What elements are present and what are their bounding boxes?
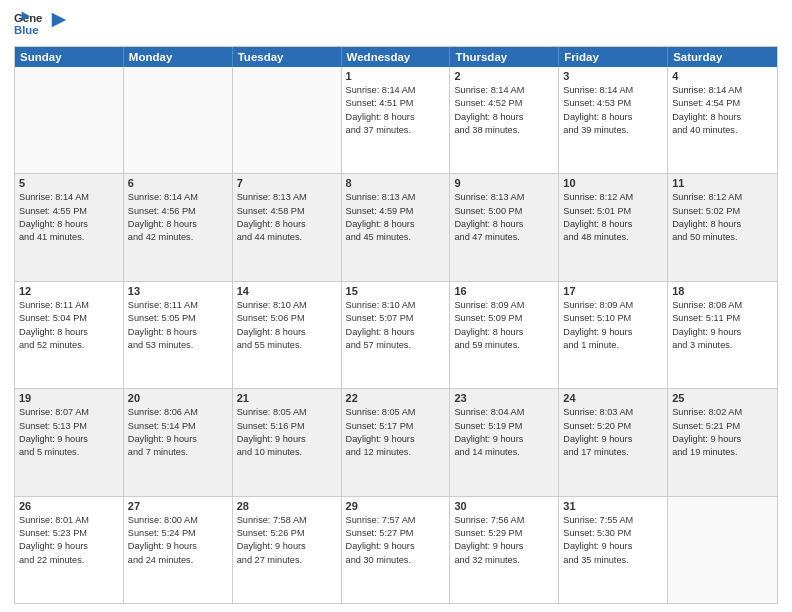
calendar-cell: 31Sunrise: 7:55 AM Sunset: 5:30 PM Dayli… [559, 497, 668, 603]
day-number: 21 [237, 392, 337, 404]
calendar-cell: 20Sunrise: 8:06 AM Sunset: 5:14 PM Dayli… [124, 389, 233, 495]
day-number: 25 [672, 392, 773, 404]
calendar-cell: 10Sunrise: 8:12 AM Sunset: 5:01 PM Dayli… [559, 174, 668, 280]
day-number: 6 [128, 177, 228, 189]
calendar-cell: 3Sunrise: 8:14 AM Sunset: 4:53 PM Daylig… [559, 67, 668, 173]
day-info: Sunrise: 8:09 AM Sunset: 5:09 PM Dayligh… [454, 299, 554, 352]
day-number: 18 [672, 285, 773, 297]
calendar-cell: 11Sunrise: 8:12 AM Sunset: 5:02 PM Dayli… [668, 174, 777, 280]
day-info: Sunrise: 8:13 AM Sunset: 5:00 PM Dayligh… [454, 191, 554, 244]
day-number: 13 [128, 285, 228, 297]
day-info: Sunrise: 8:10 AM Sunset: 5:06 PM Dayligh… [237, 299, 337, 352]
calendar-header: SundayMondayTuesdayWednesdayThursdayFrid… [15, 47, 777, 67]
day-info: Sunrise: 8:13 AM Sunset: 4:58 PM Dayligh… [237, 191, 337, 244]
day-number: 8 [346, 177, 446, 189]
day-number: 23 [454, 392, 554, 404]
calendar-cell: 7Sunrise: 8:13 AM Sunset: 4:58 PM Daylig… [233, 174, 342, 280]
day-info: Sunrise: 8:02 AM Sunset: 5:21 PM Dayligh… [672, 406, 773, 459]
calendar-cell: 13Sunrise: 8:11 AM Sunset: 5:05 PM Dayli… [124, 282, 233, 388]
calendar-cell: 4Sunrise: 8:14 AM Sunset: 4:54 PM Daylig… [668, 67, 777, 173]
calendar-cell [233, 67, 342, 173]
day-info: Sunrise: 7:55 AM Sunset: 5:30 PM Dayligh… [563, 514, 663, 567]
calendar-cell: 5Sunrise: 8:14 AM Sunset: 4:55 PM Daylig… [15, 174, 124, 280]
day-number: 11 [672, 177, 773, 189]
day-info: Sunrise: 7:56 AM Sunset: 5:29 PM Dayligh… [454, 514, 554, 567]
day-info: Sunrise: 8:14 AM Sunset: 4:56 PM Dayligh… [128, 191, 228, 244]
header: General Blue [14, 10, 778, 38]
calendar-cell: 30Sunrise: 7:56 AM Sunset: 5:29 PM Dayli… [450, 497, 559, 603]
day-number: 17 [563, 285, 663, 297]
calendar-cell: 21Sunrise: 8:05 AM Sunset: 5:16 PM Dayli… [233, 389, 342, 495]
day-number: 22 [346, 392, 446, 404]
calendar-cell: 8Sunrise: 8:13 AM Sunset: 4:59 PM Daylig… [342, 174, 451, 280]
day-number: 7 [237, 177, 337, 189]
day-number: 15 [346, 285, 446, 297]
calendar: SundayMondayTuesdayWednesdayThursdayFrid… [14, 46, 778, 604]
calendar-cell: 28Sunrise: 7:58 AM Sunset: 5:26 PM Dayli… [233, 497, 342, 603]
calendar-cell: 12Sunrise: 8:11 AM Sunset: 5:04 PM Dayli… [15, 282, 124, 388]
day-info: Sunrise: 8:14 AM Sunset: 4:52 PM Dayligh… [454, 84, 554, 137]
day-number: 14 [237, 285, 337, 297]
calendar-cell: 9Sunrise: 8:13 AM Sunset: 5:00 PM Daylig… [450, 174, 559, 280]
calendar-cell: 15Sunrise: 8:10 AM Sunset: 5:07 PM Dayli… [342, 282, 451, 388]
calendar-cell: 26Sunrise: 8:01 AM Sunset: 5:23 PM Dayli… [15, 497, 124, 603]
calendar-cell: 27Sunrise: 8:00 AM Sunset: 5:24 PM Dayli… [124, 497, 233, 603]
header-day-friday: Friday [559, 47, 668, 67]
calendar-row-4: 19Sunrise: 8:07 AM Sunset: 5:13 PM Dayli… [15, 389, 777, 496]
header-day-sunday: Sunday [15, 47, 124, 67]
day-info: Sunrise: 8:04 AM Sunset: 5:19 PM Dayligh… [454, 406, 554, 459]
day-info: Sunrise: 8:11 AM Sunset: 5:04 PM Dayligh… [19, 299, 119, 352]
day-info: Sunrise: 8:07 AM Sunset: 5:13 PM Dayligh… [19, 406, 119, 459]
calendar-cell: 17Sunrise: 8:09 AM Sunset: 5:10 PM Dayli… [559, 282, 668, 388]
day-info: Sunrise: 8:13 AM Sunset: 4:59 PM Dayligh… [346, 191, 446, 244]
day-info: Sunrise: 8:14 AM Sunset: 4:55 PM Dayligh… [19, 191, 119, 244]
day-number: 16 [454, 285, 554, 297]
calendar-cell: 23Sunrise: 8:04 AM Sunset: 5:19 PM Dayli… [450, 389, 559, 495]
day-info: Sunrise: 8:05 AM Sunset: 5:16 PM Dayligh… [237, 406, 337, 459]
calendar-cell: 2Sunrise: 8:14 AM Sunset: 4:52 PM Daylig… [450, 67, 559, 173]
day-info: Sunrise: 8:14 AM Sunset: 4:53 PM Dayligh… [563, 84, 663, 137]
day-info: Sunrise: 8:14 AM Sunset: 4:54 PM Dayligh… [672, 84, 773, 137]
logo-arrow-icon [50, 11, 68, 29]
calendar-body: 1Sunrise: 8:14 AM Sunset: 4:51 PM Daylig… [15, 67, 777, 603]
svg-text:General: General [14, 12, 42, 24]
svg-marker-3 [52, 13, 66, 27]
header-day-tuesday: Tuesday [233, 47, 342, 67]
calendar-cell: 14Sunrise: 8:10 AM Sunset: 5:06 PM Dayli… [233, 282, 342, 388]
day-info: Sunrise: 7:57 AM Sunset: 5:27 PM Dayligh… [346, 514, 446, 567]
day-info: Sunrise: 8:11 AM Sunset: 5:05 PM Dayligh… [128, 299, 228, 352]
calendar-cell: 16Sunrise: 8:09 AM Sunset: 5:09 PM Dayli… [450, 282, 559, 388]
day-number: 28 [237, 500, 337, 512]
day-number: 3 [563, 70, 663, 82]
calendar-cell [15, 67, 124, 173]
day-info: Sunrise: 8:03 AM Sunset: 5:20 PM Dayligh… [563, 406, 663, 459]
day-info: Sunrise: 8:00 AM Sunset: 5:24 PM Dayligh… [128, 514, 228, 567]
calendar-cell: 22Sunrise: 8:05 AM Sunset: 5:17 PM Dayli… [342, 389, 451, 495]
day-number: 20 [128, 392, 228, 404]
header-day-monday: Monday [124, 47, 233, 67]
day-info: Sunrise: 8:10 AM Sunset: 5:07 PM Dayligh… [346, 299, 446, 352]
day-info: Sunrise: 8:05 AM Sunset: 5:17 PM Dayligh… [346, 406, 446, 459]
svg-text:Blue: Blue [14, 24, 39, 36]
day-info: Sunrise: 8:12 AM Sunset: 5:02 PM Dayligh… [672, 191, 773, 244]
day-info: Sunrise: 8:08 AM Sunset: 5:11 PM Dayligh… [672, 299, 773, 352]
calendar-cell [124, 67, 233, 173]
day-info: Sunrise: 8:12 AM Sunset: 5:01 PM Dayligh… [563, 191, 663, 244]
day-number: 30 [454, 500, 554, 512]
day-number: 12 [19, 285, 119, 297]
day-number: 24 [563, 392, 663, 404]
calendar-cell: 18Sunrise: 8:08 AM Sunset: 5:11 PM Dayli… [668, 282, 777, 388]
day-number: 10 [563, 177, 663, 189]
day-number: 31 [563, 500, 663, 512]
day-number: 9 [454, 177, 554, 189]
header-day-thursday: Thursday [450, 47, 559, 67]
calendar-cell: 25Sunrise: 8:02 AM Sunset: 5:21 PM Dayli… [668, 389, 777, 495]
calendar-cell: 29Sunrise: 7:57 AM Sunset: 5:27 PM Dayli… [342, 497, 451, 603]
day-info: Sunrise: 8:01 AM Sunset: 5:23 PM Dayligh… [19, 514, 119, 567]
calendar-row-5: 26Sunrise: 8:01 AM Sunset: 5:23 PM Dayli… [15, 497, 777, 603]
logo: General Blue [14, 10, 68, 38]
header-day-saturday: Saturday [668, 47, 777, 67]
calendar-cell: 6Sunrise: 8:14 AM Sunset: 4:56 PM Daylig… [124, 174, 233, 280]
day-number: 2 [454, 70, 554, 82]
header-day-wednesday: Wednesday [342, 47, 451, 67]
